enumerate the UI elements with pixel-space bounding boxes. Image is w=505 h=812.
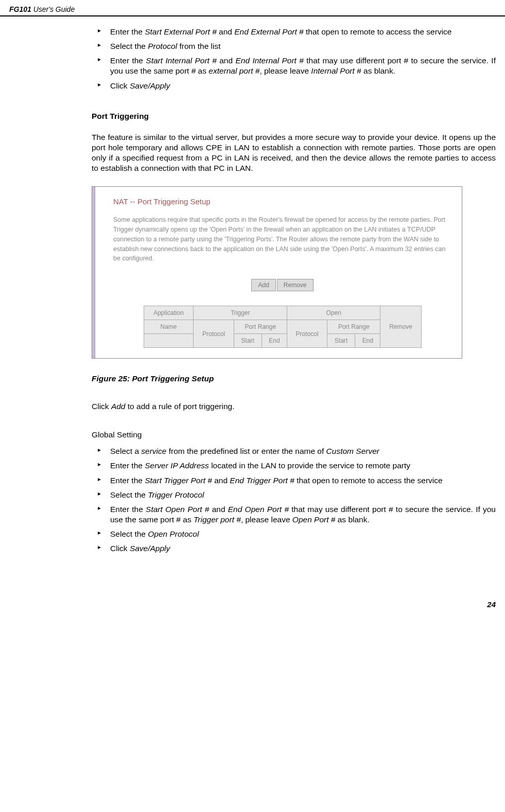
th-trigger-end: End (262, 334, 287, 348)
bullet-item: Select the Protocol from the list (92, 41, 496, 51)
bottom-bullet-list: Select a service from the predefined lis… (92, 446, 496, 554)
figure-screenshot: NAT -- Port Triggering Setup Some applic… (92, 186, 462, 359)
th-trigger-protocol: Protocol (194, 320, 234, 348)
th-empty (144, 334, 194, 348)
th-remove: Remove (380, 306, 421, 348)
bullet-item: Click Save/Apply (92, 81, 496, 91)
main-content: Enter the Start External Port # and End … (0, 16, 505, 579)
add-button[interactable]: Add (251, 279, 275, 291)
click-add-paragraph: Click Add to add a rule of port triggeri… (92, 401, 496, 412)
th-open: Open (287, 306, 380, 320)
th-trigger-start: Start (234, 334, 262, 348)
page-header: FG101 User's Guide (0, 0, 505, 16)
port-triggering-paragraph: The feature is similar to the virtual se… (92, 132, 496, 174)
th-trigger: Trigger (194, 306, 287, 320)
bullet-item: Enter the Start Trigger Port # and End T… (92, 475, 496, 486)
figure-button-row: AddRemove (113, 279, 451, 291)
header-regular: User's Guide (31, 5, 75, 13)
port-triggering-table: Application Trigger Open Remove Name Pro… (144, 306, 422, 348)
bullet-item: Select the Open Protocol (92, 529, 496, 539)
section-heading-port-triggering: Port Triggering (92, 112, 496, 121)
th-name: Name (144, 320, 194, 334)
th-open-protocol: Protocol (287, 320, 327, 348)
top-bullet-list: Enter the Start External Port # and End … (92, 27, 496, 91)
th-trigger-port-range: Port Range (234, 320, 287, 334)
header-bold: FG101 (9, 5, 31, 13)
bullet-item: Enter the Start Internal Port # and End … (92, 56, 496, 76)
bullet-item: Enter the Server IP Address located in t… (92, 461, 496, 471)
figure-inner-description: Some applications require that specific … (113, 215, 451, 263)
bullet-item: Enter the Start External Port # and End … (92, 27, 496, 37)
figure-caption: Figure 25: Port Triggering Setup (92, 374, 496, 383)
remove-button[interactable]: Remove (277, 279, 314, 291)
bullet-item: Enter the Start Open Port # and End Open… (92, 504, 496, 525)
th-open-start: Start (327, 334, 355, 348)
th-open-end: End (355, 334, 380, 348)
bullet-item: Select the Trigger Protocol (92, 490, 496, 500)
global-setting-label: Global Setting (92, 430, 496, 440)
page-number: 24 (0, 579, 505, 609)
figure-inner-title: NAT -- Port Triggering Setup (113, 197, 451, 206)
th-open-port-range: Port Range (327, 320, 380, 334)
bullet-item: Click Save/Apply (92, 543, 496, 554)
bullet-item: Select a service from the predefined lis… (92, 446, 496, 456)
th-application: Application (144, 306, 194, 320)
